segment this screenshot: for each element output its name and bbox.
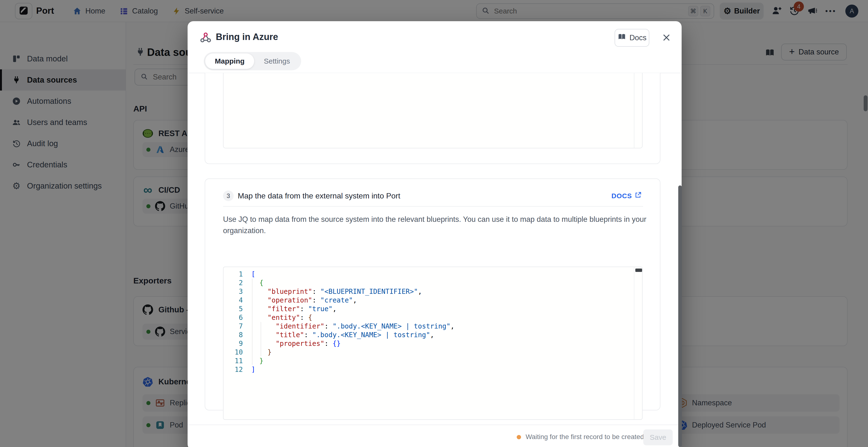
code-gutter[interactable]: 123456789101112 (223, 270, 243, 374)
footer-divider (188, 424, 682, 425)
jq-mapping-editor[interactable]: 123456789101112 [ { "blueprint": "<BLUEP… (223, 267, 643, 420)
step-title: Map the data from the external system in… (238, 192, 400, 200)
book-icon (618, 33, 626, 43)
bring-in-azure-modal: Bring in Azure Docs Mapping Settings 3 M… (188, 21, 682, 447)
tab-settings[interactable]: Settings (254, 54, 300, 69)
tab-mapping[interactable]: Mapping (205, 54, 254, 69)
save-label: Save (650, 433, 666, 442)
external-link-icon (634, 192, 642, 200)
indent-guide (261, 322, 261, 356)
step-number-badge: 3 (223, 191, 234, 201)
step-description: Use JQ to map data from the source syste… (223, 214, 647, 236)
step-docs-link[interactable]: DOCS (612, 192, 642, 200)
close-icon[interactable] (661, 32, 672, 43)
step-3-card: 3 Map the data from the external system … (205, 178, 660, 410)
footer-status-text: Waiting for the first record to be creat… (526, 433, 644, 441)
modal-tabs: Mapping Settings (204, 52, 301, 70)
docs-link-label: DOCS (612, 192, 632, 200)
step-divider (223, 206, 643, 207)
screen: Port Home Catalog Self-service ⌘ K (0, 0, 868, 447)
docs-label: Docs (629, 33, 647, 42)
minimap-divider (634, 73, 634, 148)
webhook-icon (199, 32, 212, 45)
indent-guide (252, 279, 252, 365)
save-button[interactable]: Save (643, 429, 673, 445)
modal-title: Bring in Azure (216, 32, 278, 42)
minimap-slider[interactable] (635, 269, 642, 272)
status-dot-orange (517, 435, 521, 439)
previous-code-editor[interactable] (223, 73, 643, 148)
minimap-divider (634, 267, 634, 419)
modal-scrollbar-thumb[interactable] (678, 185, 682, 447)
code-lines[interactable]: [ { "blueprint": "<BLUEPRINT_IDENTIFIER>… (251, 270, 455, 374)
previous-step-card (205, 73, 660, 164)
modal-docs-button[interactable]: Docs (615, 29, 649, 47)
